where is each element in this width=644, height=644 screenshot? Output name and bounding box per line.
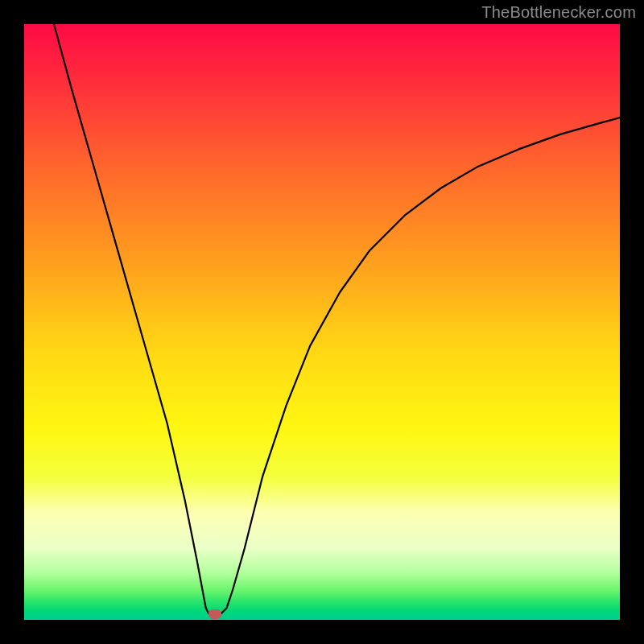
bottleneck-curve (54, 24, 620, 614)
plot-area (24, 24, 620, 620)
curve-svg (24, 24, 620, 620)
attribution-label: TheBottlenecker.com (481, 3, 636, 22)
optimum-marker-icon (208, 609, 221, 619)
chart-frame: TheBottlenecker.com (0, 0, 644, 644)
